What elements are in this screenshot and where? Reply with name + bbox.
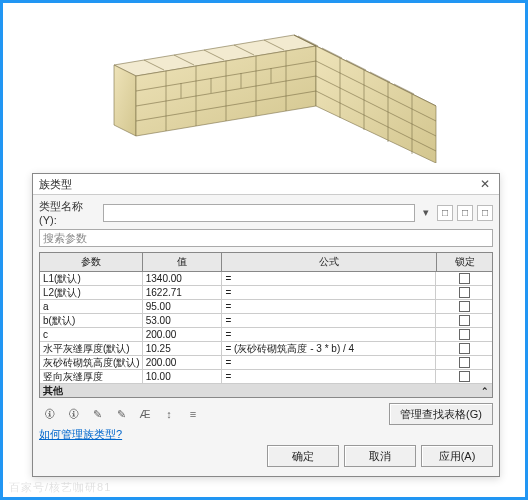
type-name-dropdown-icon[interactable]: ▾ [419, 206, 433, 219]
lock-checkbox[interactable] [459, 343, 470, 354]
table-row[interactable]: 水平灰缝厚度(默认)10.25= (灰砂砖砌筑高度 - 3 * b) / 4 [40, 342, 492, 356]
tool-5[interactable]: Æ [135, 405, 155, 423]
chevron-icon: ⌃ [481, 386, 489, 396]
manage-lookup-button[interactable]: 管理查找表格(G) [389, 403, 493, 425]
svg-marker-4 [316, 46, 436, 163]
param-toolbar: 🛈 🛈 ✎ ✎ Æ ↕ ≡ 管理查找表格(G) [33, 398, 499, 425]
lock-checkbox[interactable] [459, 273, 470, 284]
table-row[interactable]: 灰砂砖砌筑高度(默认)200.00= [40, 356, 492, 370]
lock-checkbox[interactable] [459, 357, 470, 368]
search-params-input[interactable]: 搜索参数 [39, 229, 493, 247]
cell-value[interactable]: 95.00 [143, 300, 223, 313]
ok-button[interactable]: 确定 [267, 445, 339, 467]
col-header-lock[interactable]: 锁定 [437, 253, 492, 271]
dialog-buttons: 确定 取消 应用(A) [33, 444, 499, 472]
table-row[interactable]: c200.00= [40, 328, 492, 342]
tool-1[interactable]: 🛈 [39, 405, 59, 423]
cell-param[interactable]: 灰砂砖砌筑高度(默认) [40, 356, 143, 369]
cell-formula[interactable]: = [222, 286, 436, 299]
cell-value[interactable]: 1340.00 [143, 272, 223, 285]
svg-marker-1 [114, 65, 136, 136]
cell-lock[interactable] [436, 314, 492, 327]
cancel-button[interactable]: 取消 [344, 445, 416, 467]
cell-value[interactable]: 53.00 [143, 314, 223, 327]
cell-formula[interactable]: = [222, 314, 436, 327]
cell-lock[interactable] [436, 342, 492, 355]
grid-header: 参数 值 公式 锁定 [40, 253, 492, 272]
dialog-top-fields: 类型名称(Y): ▾ □ □ □ 搜索参数 [33, 195, 499, 252]
cell-value[interactable]: 200.00 [143, 356, 223, 369]
cell-formula[interactable]: = [222, 328, 436, 341]
rename-type-icon[interactable]: □ [457, 205, 473, 221]
tool-3[interactable]: ✎ [87, 405, 107, 423]
cell-value[interactable]: 1622.71 [143, 286, 223, 299]
cell-lock[interactable] [436, 356, 492, 369]
cell-value[interactable]: 10.00 [143, 370, 223, 383]
cell-param[interactable]: L2(默认) [40, 286, 143, 299]
watermark: 百家号/核艺咖研81 [9, 480, 111, 495]
cell-param[interactable]: c [40, 328, 143, 341]
cell-lock[interactable] [436, 272, 492, 285]
cell-formula[interactable]: = [222, 272, 436, 285]
cell-lock[interactable] [436, 370, 492, 383]
cell-param[interactable]: 水平灰缝厚度(默认) [40, 342, 143, 355]
delete-type-icon[interactable]: □ [477, 205, 493, 221]
cell-value[interactable]: 200.00 [143, 328, 223, 341]
cell-formula[interactable]: = [222, 300, 436, 313]
cell-formula[interactable]: = (灰砂砖砌筑高度 - 3 * b) / 4 [222, 342, 436, 355]
help-link[interactable]: 如何管理族类型? [39, 428, 122, 440]
cell-formula[interactable]: = [222, 356, 436, 369]
parameters-grid: 参数 值 公式 锁定 L1(默认)1340.00=L2(默认)1622.71=a… [39, 252, 493, 398]
tool-7[interactable]: ≡ [183, 405, 203, 423]
type-name-input[interactable] [103, 204, 415, 222]
col-header-value[interactable]: 值 [143, 253, 222, 271]
dialog-titlebar[interactable]: 族类型 ✕ [33, 174, 499, 195]
new-type-icon[interactable]: □ [437, 205, 453, 221]
col-header-param[interactable]: 参数 [40, 253, 143, 271]
cell-param[interactable]: 竖向灰缝厚度 [40, 370, 143, 383]
table-row[interactable]: 竖向灰缝厚度10.00= [40, 370, 492, 384]
table-row[interactable]: a95.00= [40, 300, 492, 314]
table-row[interactable]: L2(默认)1622.71= [40, 286, 492, 300]
close-icon[interactable]: ✕ [477, 176, 493, 192]
cell-param[interactable]: a [40, 300, 143, 313]
lock-checkbox[interactable] [459, 371, 470, 382]
lock-checkbox[interactable] [459, 287, 470, 298]
tool-2[interactable]: 🛈 [63, 405, 83, 423]
table-row[interactable]: L1(默认)1340.00= [40, 272, 492, 286]
tool-4[interactable]: ✎ [111, 405, 131, 423]
table-row[interactable]: b(默认)53.00= [40, 314, 492, 328]
lock-checkbox[interactable] [459, 315, 470, 326]
tool-6[interactable]: ↕ [159, 405, 179, 423]
cell-lock[interactable] [436, 328, 492, 341]
cell-param[interactable]: b(默认) [40, 314, 143, 327]
cell-lock[interactable] [436, 300, 492, 313]
brick-wall-render [84, 13, 444, 163]
section-other[interactable]: 其他 ⌃ [40, 384, 492, 398]
family-types-dialog: 族类型 ✕ 类型名称(Y): ▾ □ □ □ 搜索参数 参数 值 公式 锁定 [32, 173, 500, 477]
col-header-formula[interactable]: 公式 [222, 253, 438, 271]
cell-formula[interactable]: = [222, 370, 436, 383]
cell-value[interactable]: 10.25 [143, 342, 223, 355]
cell-param[interactable]: L1(默认) [40, 272, 143, 285]
dialog-title: 族类型 [39, 177, 72, 192]
app-frame: 族类型 ✕ 类型名称(Y): ▾ □ □ □ 搜索参数 参数 值 公式 锁定 [0, 0, 528, 500]
lock-checkbox[interactable] [459, 329, 470, 340]
lock-checkbox[interactable] [459, 301, 470, 312]
cell-lock[interactable] [436, 286, 492, 299]
model-viewport[interactable] [3, 3, 525, 173]
type-name-label: 类型名称(Y): [39, 199, 99, 226]
apply-button[interactable]: 应用(A) [421, 445, 493, 467]
